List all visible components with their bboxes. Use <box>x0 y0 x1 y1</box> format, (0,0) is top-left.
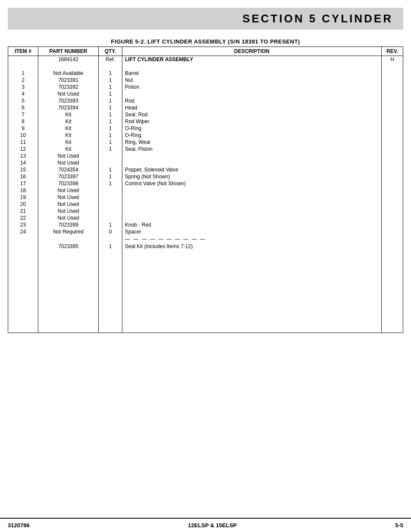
row-qty: 1 <box>99 180 122 187</box>
row-item: 18 <box>8 187 38 194</box>
row-item: 24 <box>8 228 38 235</box>
row-item: 17 <box>8 180 38 187</box>
table-row: 1Not Available1Barrel <box>8 70 403 77</box>
table-row: 11Kit1Ring, Wear <box>8 139 403 146</box>
row-desc: Barrel <box>122 70 382 77</box>
row-qty: 1 <box>99 111 122 118</box>
row-part: 7023393 <box>38 97 99 104</box>
row-rev <box>382 139 403 146</box>
row-desc: Knob - Red <box>122 221 382 228</box>
row-rev <box>382 208 403 215</box>
table-row: 14Not Used <box>8 159 403 166</box>
row-desc <box>122 159 382 166</box>
table-row: 13Not Used <box>8 152 403 159</box>
assembly-desc: LIFT CYLINDER ASSEMBLY <box>122 56 382 63</box>
row-desc: Control Valve (Not Shown) <box>122 180 382 187</box>
row-part: 7023394 <box>38 104 99 111</box>
row-item: 10 <box>8 132 38 139</box>
kit-desc: Seal Kit (Includes Items 7-12) <box>122 243 382 250</box>
filler-row <box>8 298 403 305</box>
row-item: 9 <box>8 125 38 132</box>
row-desc: Seal, Piston <box>122 146 382 152</box>
row-qty: 1 <box>99 132 122 139</box>
assembly-rev: H <box>382 56 403 63</box>
filler-row <box>8 326 403 333</box>
row-item: 15 <box>8 166 38 173</box>
row-qty: 1 <box>99 84 122 90</box>
row-qty: 1 <box>99 166 122 173</box>
row-item: 21 <box>8 208 38 215</box>
row-qty: 1 <box>99 221 122 228</box>
row-item: 6 <box>8 104 38 111</box>
table-row: 1670233971Spring (Not Shown) <box>8 173 403 180</box>
row-qty: 1 <box>99 70 122 77</box>
table-row: 4Not Used1 <box>8 90 403 97</box>
table-row: 20Not Used <box>8 201 403 208</box>
filler-row <box>8 271 403 277</box>
row-rev <box>382 228 403 235</box>
row-desc: Spacer <box>122 228 382 235</box>
filler-row <box>8 305 403 312</box>
row-part: 7023392 <box>38 84 99 90</box>
row-desc <box>122 208 382 215</box>
row-rev <box>382 221 403 228</box>
row-part: 7023399 <box>38 221 99 228</box>
row-desc <box>122 152 382 159</box>
row-item: 2 <box>8 77 38 84</box>
page: SECTION 5 CYLINDER FIGURE 5-2. LIFT CYLI… <box>0 0 411 532</box>
row-rev <box>382 125 403 132</box>
col-header-desc: DESCRIPTION <box>122 47 382 56</box>
row-part: Kit <box>38 111 99 118</box>
row-rev <box>382 159 403 166</box>
row-desc <box>122 187 382 194</box>
row-desc: Piston <box>122 84 382 90</box>
table-row: 8Kit1Rod Wiper <box>8 118 403 125</box>
row-qty <box>99 208 122 215</box>
row-qty <box>99 194 122 201</box>
row-item: 22 <box>8 215 38 221</box>
row-qty <box>99 159 122 166</box>
kit-item <box>8 243 38 250</box>
row-item: 14 <box>8 159 38 166</box>
table-row: 9Kit1O-Ring <box>8 125 403 132</box>
row-desc: Rod Wiper <box>122 118 382 125</box>
table-row: 24Not Required0Spacer <box>8 228 403 235</box>
table-row: 2370233991Knob - Red <box>8 221 403 228</box>
section-title: SECTION 5 CYLINDER <box>243 12 393 25</box>
row-item: 3 <box>8 84 38 90</box>
parts-table: ITEM # PART NUMBER QTY. DESCRIPTION REV.… <box>8 47 403 333</box>
filler-row <box>8 257 403 264</box>
row-desc: Head <box>122 104 382 111</box>
row-rev <box>382 104 403 111</box>
row-rev <box>382 97 403 104</box>
footer-center: 12ELSP & 15ELSP <box>188 522 237 529</box>
row-rev <box>382 152 403 159</box>
row-item: 20 <box>8 201 38 208</box>
row-rev <box>382 132 403 139</box>
table-row: 670233941Head <box>8 104 403 111</box>
filler-row <box>8 250 403 257</box>
row-qty <box>99 152 122 159</box>
sep-qty <box>99 235 122 243</box>
row-part: Not Used <box>38 201 99 208</box>
assembly-part: 1684142 <box>38 56 99 63</box>
row-qty: 0 <box>99 228 122 235</box>
row-desc <box>122 215 382 221</box>
assembly-item <box>8 56 38 63</box>
table-row: 270233911Nut <box>8 77 403 84</box>
table-row: 1570243541Poppet, Solenoid Valve <box>8 166 403 173</box>
footer-left: 3120786 <box>8 522 30 529</box>
table-row: 370233921Piston <box>8 84 403 90</box>
table-row: 21Not Used <box>8 208 403 215</box>
kit-row: 7023395 1 Seal Kit (Includes Items 7-12) <box>8 243 403 250</box>
row-desc: Poppet, Solenoid Valve <box>122 166 382 173</box>
kit-qty: 1 <box>99 243 122 250</box>
col-header-item: ITEM # <box>8 47 38 56</box>
sep-item <box>8 235 38 243</box>
table-row: 7Kit1Seal, Rod <box>8 111 403 118</box>
main-content: FIGURE 5-2. LIFT CYLINDER ASSEMBLY (S/N … <box>0 30 411 518</box>
filler-row <box>8 264 403 271</box>
row-item: 12 <box>8 146 38 152</box>
row-item: 7 <box>8 111 38 118</box>
row-item: 4 <box>8 90 38 97</box>
